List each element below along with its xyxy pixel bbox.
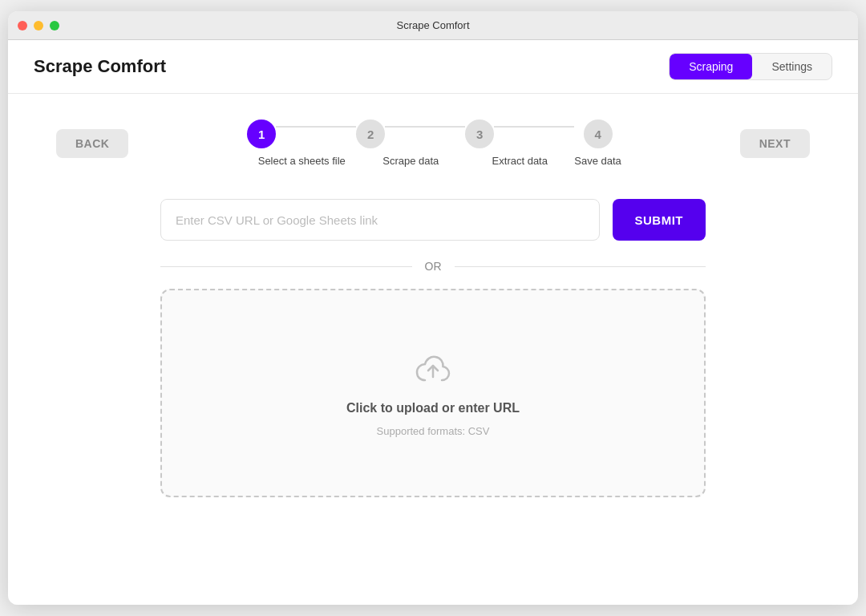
step-3-label: Extract data xyxy=(492,155,548,167)
step-4-circle-row: 4 xyxy=(584,120,613,148)
app-header: Scrape Comfort Scraping Settings xyxy=(8,40,858,94)
step-2-wrapper: 2 Scrape data xyxy=(356,120,465,167)
traffic-lights xyxy=(18,21,59,30)
back-button[interactable]: BACK xyxy=(56,129,128,158)
step-1-wrapper: 1 Select a sheets file xyxy=(247,120,356,167)
step-3-connector-row: 3 xyxy=(465,120,574,148)
drop-zone-title: Click to upload or enter URL xyxy=(346,401,520,415)
step-1-label: Select a sheets file xyxy=(258,155,346,167)
app-window: Scrape Comfort Scrape Comfort Scraping S… xyxy=(8,11,858,605)
minimize-button[interactable] xyxy=(34,21,43,30)
url-input[interactable] xyxy=(160,199,600,241)
window-title: Scrape Comfort xyxy=(396,19,469,31)
stepper: 1 Select a sheets file 2 Scrape data xyxy=(247,120,621,167)
step-4-circle: 4 xyxy=(584,120,613,148)
step-connector-2-3 xyxy=(385,126,465,128)
step-4-label: Save data xyxy=(574,155,621,167)
drop-zone-subtitle: Supported formats: CSV xyxy=(377,425,490,437)
submit-button[interactable]: SUBMIT xyxy=(613,199,706,241)
app-title: Scrape Comfort xyxy=(34,56,166,77)
tab-scraping[interactable]: Scraping xyxy=(670,54,752,79)
step-4-wrapper: 4 Save data xyxy=(574,120,621,167)
header-tabs: Scraping Settings xyxy=(669,53,832,80)
stepper-row: BACK 1 Select a sheets file 2 Sc xyxy=(56,120,810,167)
step-2-circle: 2 xyxy=(356,120,385,148)
step-2-label: Scrape data xyxy=(382,155,439,167)
maximize-button[interactable] xyxy=(50,21,59,30)
step-1-circle: 1 xyxy=(247,120,276,148)
or-line-right xyxy=(455,266,706,267)
tab-settings[interactable]: Settings xyxy=(752,54,832,79)
next-button[interactable]: NEXT xyxy=(740,129,810,158)
drop-zone[interactable]: Click to upload or enter URL Supported f… xyxy=(160,289,706,497)
close-button[interactable] xyxy=(18,21,27,30)
or-line-left xyxy=(160,266,412,267)
step-connector-3-4 xyxy=(494,126,574,128)
title-bar: Scrape Comfort xyxy=(8,11,858,40)
step-3-circle: 3 xyxy=(465,120,494,148)
step-1-connector-row: 1 xyxy=(247,120,356,148)
step-3-wrapper: 3 Extract data xyxy=(465,120,574,167)
or-divider: OR xyxy=(160,260,706,273)
main-content: BACK 1 Select a sheets file 2 Sc xyxy=(8,94,858,605)
step-connector-1-2 xyxy=(276,126,356,128)
or-text: OR xyxy=(412,260,455,273)
step-2-connector-row: 2 xyxy=(356,120,465,148)
upload-icon xyxy=(412,350,454,391)
url-section: SUBMIT xyxy=(160,199,706,241)
